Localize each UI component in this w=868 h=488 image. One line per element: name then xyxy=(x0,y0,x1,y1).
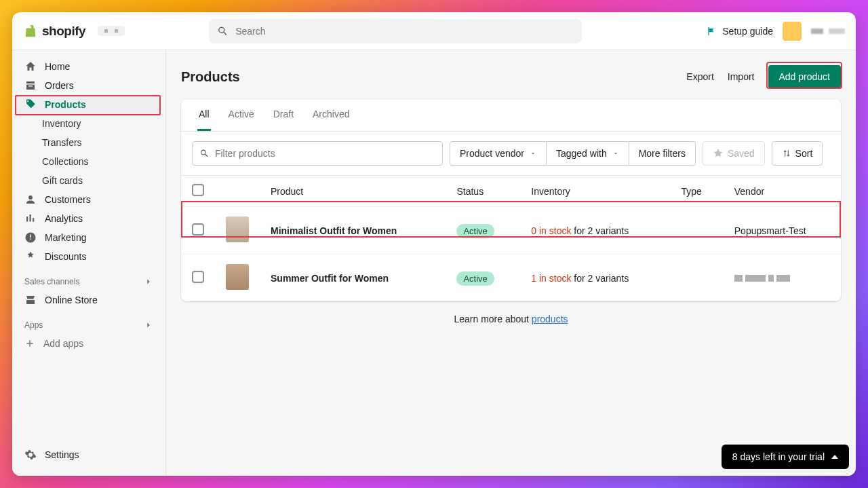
sidebar-item-gift-cards[interactable]: Gift cards xyxy=(12,171,165,190)
store-name[interactable] xyxy=(811,29,845,34)
gear-icon xyxy=(24,449,37,461)
chevron-right-icon xyxy=(144,320,153,330)
chevron-down-icon xyxy=(530,150,536,157)
avatar[interactable] xyxy=(783,22,802,41)
vendor-cell-blurred xyxy=(734,275,830,282)
import-button[interactable]: Import xyxy=(728,71,755,82)
export-button[interactable]: Export xyxy=(686,71,713,82)
search-icon xyxy=(199,148,210,159)
tab-active[interactable]: Active xyxy=(227,99,256,131)
product-vendor-filter[interactable]: Product vendor xyxy=(450,141,547,166)
star-icon xyxy=(713,148,724,159)
sales-channels-header[interactable]: Sales channels xyxy=(12,273,165,290)
status-badge: Active xyxy=(456,224,494,238)
store-icon xyxy=(24,294,37,306)
brand-text: shopify xyxy=(42,24,85,39)
product-thumbnail xyxy=(226,217,249,242)
row-checkbox[interactable] xyxy=(192,271,204,283)
search-input[interactable] xyxy=(209,19,582,43)
more-filters-button[interactable]: More filters xyxy=(629,141,696,166)
row-checkbox[interactable] xyxy=(192,223,204,236)
bag-icon xyxy=(23,24,38,39)
tagged-with-filter[interactable]: Tagged with xyxy=(547,141,629,166)
status-badge: Active xyxy=(456,271,494,286)
col-vendor: Vendor xyxy=(724,176,841,207)
analytics-icon xyxy=(24,212,37,225)
discounts-icon xyxy=(24,250,37,263)
setup-guide-link[interactable]: Setup guide xyxy=(706,26,773,37)
vendor-cell: Popupsmart-Test xyxy=(724,207,841,255)
product-thumbnail xyxy=(226,264,249,290)
plus-icon xyxy=(24,338,35,349)
add-product-button[interactable]: Add product xyxy=(768,65,842,88)
store-selector[interactable] xyxy=(98,26,125,36)
shopify-logo[interactable]: shopify xyxy=(23,24,85,39)
table-row[interactable]: Minimalist Outfit for Women Active 0 in … xyxy=(181,207,841,255)
saved-button: Saved xyxy=(703,141,765,166)
page-title: Products xyxy=(181,69,240,85)
sort-button[interactable]: Sort xyxy=(772,141,823,166)
table-row[interactable]: Summer Outfit for Women Active 1 in stoc… xyxy=(181,255,841,302)
learn-more-text: Learn more about products xyxy=(181,301,841,337)
trial-banner[interactable]: 8 days left in your trial xyxy=(722,445,849,469)
sidebar-item-customers[interactable]: Customers xyxy=(12,190,165,209)
filter-products-input[interactable] xyxy=(192,141,443,166)
caret-up-icon xyxy=(831,455,838,459)
chevron-right-icon xyxy=(144,277,153,286)
products-help-link[interactable]: products xyxy=(532,314,568,324)
settings-button[interactable]: Settings xyxy=(12,443,165,466)
col-inventory: Inventory xyxy=(520,176,670,207)
search-icon xyxy=(217,25,229,37)
add-apps-button[interactable]: Add apps xyxy=(12,334,165,353)
col-type: Type xyxy=(670,176,723,207)
sidebar-item-collections[interactable]: Collections xyxy=(12,152,165,171)
orders-icon xyxy=(24,79,37,92)
sidebar-item-marketing[interactable]: Marketing xyxy=(12,228,165,247)
sidebar-item-transfers[interactable]: Transfers xyxy=(12,133,165,152)
home-icon xyxy=(24,60,37,73)
tab-all[interactable]: All xyxy=(197,99,211,131)
col-product: Product xyxy=(260,176,446,207)
chevron-down-icon xyxy=(612,150,619,157)
flag-icon xyxy=(706,26,717,37)
sidebar-item-online-store[interactable]: Online Store xyxy=(12,290,165,309)
apps-header[interactable]: Apps xyxy=(12,316,165,334)
sort-icon xyxy=(782,149,791,158)
sidebar-item-products[interactable]: Products xyxy=(16,95,161,114)
sidebar-item-home[interactable]: Home xyxy=(12,57,165,76)
tab-draft[interactable]: Draft xyxy=(272,99,295,131)
marketing-icon xyxy=(24,231,37,244)
select-all-checkbox[interactable] xyxy=(192,184,204,196)
sidebar-item-analytics[interactable]: Analytics xyxy=(12,209,165,228)
sidebar-item-inventory[interactable]: Inventory xyxy=(12,114,165,133)
col-status: Status xyxy=(446,176,520,207)
product-name[interactable]: Summer Outfit for Women xyxy=(260,255,446,302)
sidebar-item-orders[interactable]: Orders xyxy=(12,76,165,95)
person-icon xyxy=(24,193,37,206)
product-name[interactable]: Minimalist Outfit for Women xyxy=(260,207,446,255)
tab-archived[interactable]: Archived xyxy=(311,99,351,131)
sidebar-item-discounts[interactable]: Discounts xyxy=(12,247,165,266)
tag-icon xyxy=(24,98,37,111)
